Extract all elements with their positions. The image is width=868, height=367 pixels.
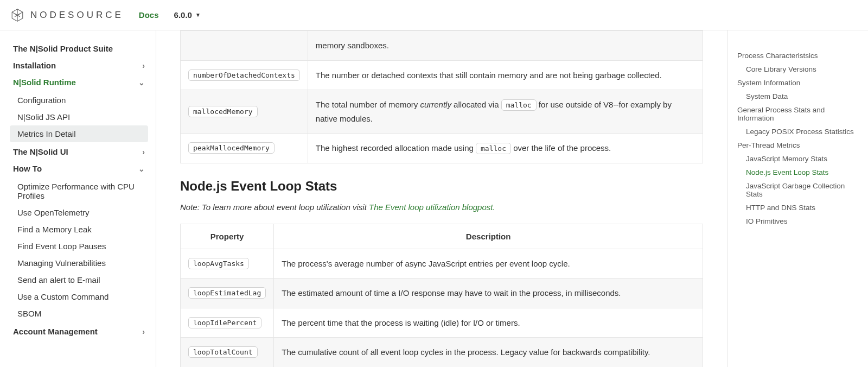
sidebar-group[interactable]: The N|Solid UI› xyxy=(10,143,148,160)
sidebar-group[interactable]: Installation› xyxy=(10,57,148,74)
desc-cell: The estimated amount of time a I/O respo… xyxy=(274,279,703,308)
sidebar-group[interactable]: N|Solid Runtime⌄ xyxy=(10,74,148,91)
sidebar-group-label: The N|Solid UI xyxy=(13,147,68,156)
table-row: loopTotalCountThe cumulative count of al… xyxy=(181,338,703,368)
prop-cell xyxy=(181,31,308,61)
sidebar-group[interactable]: Account Management› xyxy=(10,323,148,340)
chevron-down-icon: ⌄ xyxy=(138,78,145,87)
sidebar-item[interactable]: Configuration xyxy=(10,92,148,109)
inline-code: malloc xyxy=(476,143,511,154)
sidebar-item[interactable]: Managing Vulnerabilities xyxy=(10,255,148,271)
prop-cell: peakMallocedMemory xyxy=(181,134,308,163)
toc-item[interactable]: Per-Thread Metrics xyxy=(737,138,859,152)
table-row: numberOfDetachedContextsThe number or de… xyxy=(181,60,703,90)
toc-item[interactable]: Legacy POSIX Process Statistics xyxy=(737,125,859,138)
table-row: loopAvgTasksThe process's average number… xyxy=(181,249,703,279)
version-label: 6.0.0 xyxy=(174,10,192,20)
desc-cell: The percent time that the process is wai… xyxy=(274,308,703,338)
prop-cell: mallocedMemory xyxy=(181,90,308,134)
sidebar-item[interactable]: N|Solid JS API xyxy=(10,109,148,125)
brand-name: NODESOURCE xyxy=(30,10,124,21)
sidebar-group[interactable]: The N|Solid Product Suite xyxy=(10,40,148,57)
sidebar-group-label: Account Management xyxy=(13,327,98,336)
sidebar-item[interactable]: Send an alert to E-mail xyxy=(10,271,148,288)
toc-item[interactable]: System Data xyxy=(737,90,859,103)
prop-cell: loopIdlePercent xyxy=(181,308,274,338)
sidebar-item[interactable]: Find a Memory Leak xyxy=(10,221,148,238)
nav-docs[interactable]: Docs xyxy=(139,10,159,20)
prop-code: peakMallocedMemory xyxy=(188,142,275,154)
table-row: memory sandboxes. xyxy=(181,31,703,61)
desc-cell: The highest recorded allocation made usi… xyxy=(308,134,703,163)
version-dropdown[interactable]: 6.0.0 ▼ xyxy=(174,10,201,20)
sidebar-group-label: Installation xyxy=(13,61,56,70)
caret-down-icon: ▼ xyxy=(195,12,201,18)
desc-cell: The number or detached contexts that sti… xyxy=(308,60,703,90)
prop-code: loopEstimatedLag xyxy=(188,287,266,299)
note-link[interactable]: The Event loop utilization blogpost. xyxy=(369,203,495,212)
th-description: Description xyxy=(274,224,703,249)
toc-item[interactable]: JavaScript Memory Stats xyxy=(737,152,859,166)
sidebar-item[interactable]: Find Event Loop Pauses xyxy=(10,238,148,255)
prop-code: loopTotalCount xyxy=(188,346,258,358)
desc-cell: memory sandboxes. xyxy=(308,31,703,61)
sidebar-item[interactable]: Metrics In Detail xyxy=(10,125,148,142)
event-loop-table: Property Description loopAvgTasksThe pro… xyxy=(180,224,703,368)
sidebar-item[interactable]: Use OpenTelemetry xyxy=(10,204,148,221)
sidebar-group-label: N|Solid Runtime xyxy=(13,78,76,87)
table-row: peakMallocedMemoryThe highest recorded a… xyxy=(181,134,703,163)
sidebar-group-label: How To xyxy=(13,164,42,173)
table-row: loopIdlePercentThe percent time that the… xyxy=(181,308,703,338)
th-property: Property xyxy=(181,224,274,249)
chevron-right-icon: › xyxy=(142,61,145,70)
sidebar-item[interactable]: Optimize Performance with CPU Profiles xyxy=(10,178,148,204)
sidebar-item[interactable]: SBOM xyxy=(10,305,148,322)
table-row: mallocedMemoryThe total number of memory… xyxy=(181,90,703,134)
toc-item[interactable]: General Process Stats and Information xyxy=(737,103,859,125)
sidebar-group-label: The N|Solid Product Suite xyxy=(13,44,113,53)
memory-stats-table: memory sandboxes.numberOfDetachedContext… xyxy=(180,30,703,163)
section-heading-event-loop: Node.js Event Loop Stats xyxy=(180,179,703,194)
desc-cell: The process's average number of async Ja… xyxy=(274,249,703,279)
toc-item[interactable]: IO Primitives xyxy=(737,214,859,228)
prop-cell: loopEstimatedLag xyxy=(181,279,274,308)
toc-item[interactable]: JavaScript Garbage Collection Stats xyxy=(737,179,859,201)
toc-item[interactable]: System Information xyxy=(737,76,859,90)
prop-code: mallocedMemory xyxy=(188,106,258,117)
inline-code: malloc xyxy=(501,99,537,111)
chevron-right-icon: › xyxy=(142,148,145,156)
toc: Process CharacteristsicsCore Library Ver… xyxy=(727,30,868,367)
table-row: loopEstimatedLagThe estimated amount of … xyxy=(181,279,703,308)
prop-cell: loopTotalCount xyxy=(181,338,274,368)
toc-item[interactable]: Core Library Versions xyxy=(737,62,859,76)
toc-item[interactable]: HTTP and DNS Stats xyxy=(737,201,859,214)
section-note: Note: To learn more about event loop uti… xyxy=(180,203,703,212)
main-content: memory sandboxes.numberOfDetachedContext… xyxy=(156,30,727,367)
sidebar-item[interactable]: Use a Custom Command xyxy=(10,288,148,305)
topbar: NODESOURCE Docs 6.0.0 ▼ xyxy=(0,0,868,30)
chevron-right-icon: › xyxy=(142,327,145,336)
sidebar: The N|Solid Product SuiteInstallation›N|… xyxy=(0,30,156,367)
brand[interactable]: NODESOURCE xyxy=(10,8,124,23)
prop-cell: numberOfDetachedContexts xyxy=(181,60,308,90)
toc-item[interactable]: Process Characteristsics xyxy=(737,49,859,62)
toc-item[interactable]: Node.js Event Loop Stats xyxy=(737,166,859,179)
prop-code: loopAvgTasks xyxy=(188,258,249,269)
prop-code: loopIdlePercent xyxy=(188,317,261,328)
prop-code: numberOfDetachedContexts xyxy=(188,69,300,81)
logo-icon xyxy=(10,8,25,23)
desc-cell: The cumulative count of all event loop c… xyxy=(274,338,703,368)
prop-cell: loopAvgTasks xyxy=(181,249,274,279)
chevron-down-icon: ⌄ xyxy=(138,164,145,173)
desc-cell: The total number of memory currently all… xyxy=(308,90,703,134)
sidebar-group[interactable]: How To⌄ xyxy=(10,160,148,177)
